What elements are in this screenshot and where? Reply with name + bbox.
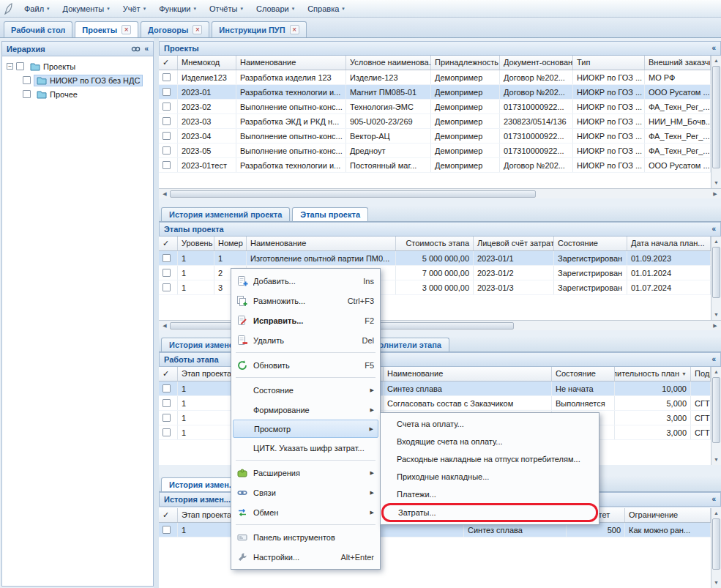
menu-item-refresh[interactable]: Обновить F5	[233, 355, 378, 375]
menu-item-view[interactable]: Просмотр ▶	[233, 420, 378, 438]
scroll-up-icon[interactable]: ▲	[714, 368, 719, 376]
tree-item-other[interactable]: Прочее	[4, 87, 152, 101]
menu-file[interactable]: Файл▾	[18, 2, 56, 15]
close-icon[interactable]: ×	[193, 25, 202, 34]
menu-item-delete[interactable]: Удалить Del	[233, 330, 378, 350]
tab-project-stages[interactable]: Этапы проекта	[292, 207, 368, 221]
tree-checkbox[interactable]	[23, 76, 31, 84]
tab-contracts[interactable]: Договоры×	[141, 21, 209, 37]
table-row[interactable]: 2023-03 Разработка ЭКД и РКД н... 905-U0…	[159, 114, 711, 129]
table-row[interactable]: 2023-01 Разработка технологии и... Магни…	[159, 85, 711, 100]
menu-item-duplicate[interactable]: Размножить... Ctrl+F3	[233, 291, 378, 310]
tab-instructions-pup[interactable]: Инструкции ПУП×	[212, 21, 306, 37]
column-header[interactable]: Лицевой счёт затрат.	[474, 237, 554, 250]
row-checkbox[interactable]	[162, 399, 171, 407]
submenu-item-receipt-notes[interactable]: Приходные накладные...	[382, 468, 597, 485]
menu-item-forming[interactable]: Формирование ▶	[233, 400, 378, 420]
collapse-icon[interactable]: «	[711, 226, 716, 233]
tab-project-history[interactable]: История изменений проекта	[161, 207, 290, 221]
submenu-item-payments[interactable]: Платежи...	[382, 485, 597, 503]
menu-accounting[interactable]: Учёт▾	[117, 2, 152, 15]
scroll-right-icon[interactable]: ▶	[711, 323, 720, 329]
menu-documents[interactable]: Документы▾	[57, 2, 116, 15]
column-header[interactable]: Принадлежность	[431, 56, 500, 70]
row-checkbox[interactable]	[162, 146, 171, 155]
table-row[interactable]: 2023-04 Выполнение опытно-конс... Вектор…	[159, 129, 711, 144]
column-header[interactable]: Наименование	[384, 367, 552, 381]
row-checkbox[interactable]	[162, 414, 171, 422]
submenu-item-costs[interactable]: Затраты...	[381, 503, 598, 522]
menu-item-add[interactable]: Добавить... Ins	[233, 271, 378, 291]
close-icon[interactable]: ×	[122, 25, 131, 34]
column-header[interactable]: Номер	[214, 237, 247, 250]
row-checkbox[interactable]	[162, 384, 171, 392]
table-row[interactable]: 1 1 Изготовление опытной партии ПМ0... 5…	[159, 251, 711, 266]
scroll-thumb[interactable]	[170, 190, 536, 198]
menu-item-exchange[interactable]: Обмен ▶	[233, 502, 378, 522]
column-header[interactable]: Ограничение	[625, 508, 711, 522]
collapse-icon[interactable]: «	[711, 45, 716, 52]
column-header[interactable]: Внешний заказчик	[645, 56, 711, 70]
scroll-left-icon[interactable]: ◀	[160, 323, 169, 329]
tree-checkbox[interactable]	[16, 62, 24, 70]
column-header[interactable]: ✓	[159, 508, 178, 522]
menu-item-state[interactable]: Состояние ▶	[233, 380, 378, 400]
row-checkbox[interactable]	[162, 132, 171, 140]
column-header[interactable]: Наименование	[247, 237, 396, 250]
table-row[interactable]: Изделие123 Разработка изделия 123 Издели…	[159, 70, 711, 85]
scroll-down-icon[interactable]: ▼	[714, 455, 719, 464]
menu-item-extensions[interactable]: Расширения ▶	[233, 463, 378, 483]
table-row[interactable]: 2023-02 Выполнение опытно-конс... Технол…	[159, 100, 711, 114]
vertical-scrollbar[interactable]: ▲ ▼	[711, 508, 721, 588]
scroll-left-icon[interactable]: ◀	[160, 191, 169, 197]
scroll-thumb[interactable]	[712, 518, 720, 570]
tab-projects[interactable]: Проекты×	[75, 21, 138, 37]
collapse-icon[interactable]: «	[144, 45, 149, 53]
menu-dictionaries[interactable]: Словари▾	[250, 2, 300, 15]
column-header[interactable]: ✓	[159, 237, 178, 250]
column-header[interactable]: Состояние	[554, 237, 627, 250]
column-header[interactable]: Тип	[573, 56, 645, 70]
row-checkbox[interactable]	[162, 117, 171, 125]
menu-item-edit[interactable]: Исправить... F2	[233, 310, 378, 330]
collapse-icon[interactable]: «	[711, 496, 716, 503]
row-checkbox[interactable]	[162, 526, 171, 534]
row-checkbox[interactable]	[162, 161, 171, 169]
vertical-scrollbar[interactable]: ▲ ▼	[711, 367, 721, 465]
column-header[interactable]: Мнемокод	[178, 56, 236, 70]
scroll-right-icon[interactable]: ▶	[711, 191, 720, 197]
row-checkbox[interactable]	[162, 269, 171, 277]
scroll-down-icon[interactable]: ▼	[714, 578, 719, 587]
column-header[interactable]: Условное наименова...	[346, 56, 431, 70]
scroll-up-icon[interactable]: ▲	[714, 237, 719, 246]
row-checkbox[interactable]	[162, 103, 171, 111]
horizontal-scrollbar[interactable]: ◀ ▶	[159, 188, 721, 198]
tab-desktop[interactable]: Рабочий стол	[4, 21, 72, 37]
tree-expander-icon[interactable]: −	[7, 63, 13, 70]
table-row[interactable]: 2023-01тест Разработка технологии и... П…	[159, 158, 711, 173]
column-header[interactable]: ✓	[159, 56, 178, 70]
menu-item-citk-cost-code[interactable]: ЦИТК. Указать шифр затрат...	[233, 438, 378, 458]
menu-item-toolbar[interactable]: Панель инструментов	[233, 527, 378, 547]
row-checkbox[interactable]	[162, 88, 171, 96]
column-header[interactable]: ✓	[159, 367, 178, 381]
submenu-item-incoming-invoices[interactable]: Входящие счета на оплату...	[382, 433, 597, 450]
splitter[interactable]	[154, 38, 159, 588]
row-checkbox[interactable]	[162, 254, 171, 262]
column-header[interactable]: Уровень	[178, 237, 214, 250]
scroll-thumb[interactable]	[712, 377, 720, 443]
row-checkbox[interactable]	[162, 73, 171, 81]
menu-item-settings[interactable]: Настройки... Alt+Enter	[233, 547, 378, 567]
close-icon[interactable]: ×	[290, 25, 299, 34]
scroll-thumb[interactable]	[712, 66, 720, 168]
tree-item-projects[interactable]: − Проекты	[4, 59, 152, 73]
collapse-icon[interactable]: «	[711, 356, 716, 363]
scroll-down-icon[interactable]: ▼	[714, 179, 719, 187]
scroll-up-icon[interactable]: ▲	[714, 509, 719, 518]
menu-help[interactable]: Справка▾	[302, 2, 351, 15]
submenu-item-issue-notes[interactable]: Расходные накладные на отпуск потребител…	[382, 450, 597, 468]
scroll-down-icon[interactable]: ▼	[714, 310, 719, 319]
table-row[interactable]: 2023-05 Выполнение опытно-конс... Дредно…	[159, 144, 711, 158]
vertical-scrollbar[interactable]: ▲ ▼	[711, 56, 721, 188]
row-checkbox[interactable]	[162, 283, 171, 291]
